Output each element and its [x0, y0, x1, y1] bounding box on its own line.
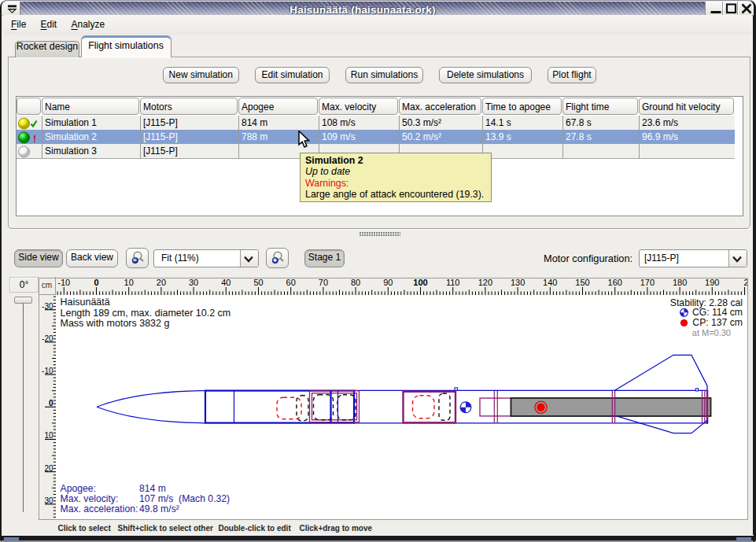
svg-text:20: 20: [157, 278, 166, 287]
svg-text:30: 30: [189, 278, 198, 287]
svg-text:60: 60: [286, 278, 296, 287]
svg-text:0: 0: [94, 278, 98, 287]
svg-text:90: 90: [383, 278, 393, 287]
svg-text:20: 20: [44, 464, 53, 473]
svg-text:70: 70: [319, 278, 328, 287]
svg-text:180: 180: [673, 278, 687, 287]
svg-text:10: 10: [124, 278, 134, 287]
svg-text:-20: -20: [42, 334, 53, 343]
svg-text:160: 160: [608, 278, 622, 287]
svg-text:150: 150: [575, 278, 589, 287]
svg-text:80: 80: [351, 278, 360, 287]
svg-text:140: 140: [543, 278, 557, 287]
svg-text:10: 10: [44, 431, 53, 440]
svg-text:100: 100: [413, 278, 427, 287]
svg-text:190: 190: [705, 278, 719, 287]
svg-text:110: 110: [446, 278, 460, 287]
svg-text:120: 120: [478, 278, 492, 287]
svg-text:40: 40: [221, 278, 230, 287]
svg-text:170: 170: [640, 278, 655, 287]
svg-text:200: 200: [744, 278, 749, 287]
svg-text:30: 30: [44, 496, 53, 505]
svg-text:-30: -30: [42, 302, 53, 311]
svg-text:130: 130: [511, 278, 525, 287]
svg-text:-10: -10: [42, 367, 53, 375]
svg-text:!: !: [33, 133, 36, 145]
svg-text:-10: -10: [57, 278, 70, 287]
svg-text:50: 50: [253, 278, 263, 287]
svg-text:0: 0: [49, 399, 53, 407]
